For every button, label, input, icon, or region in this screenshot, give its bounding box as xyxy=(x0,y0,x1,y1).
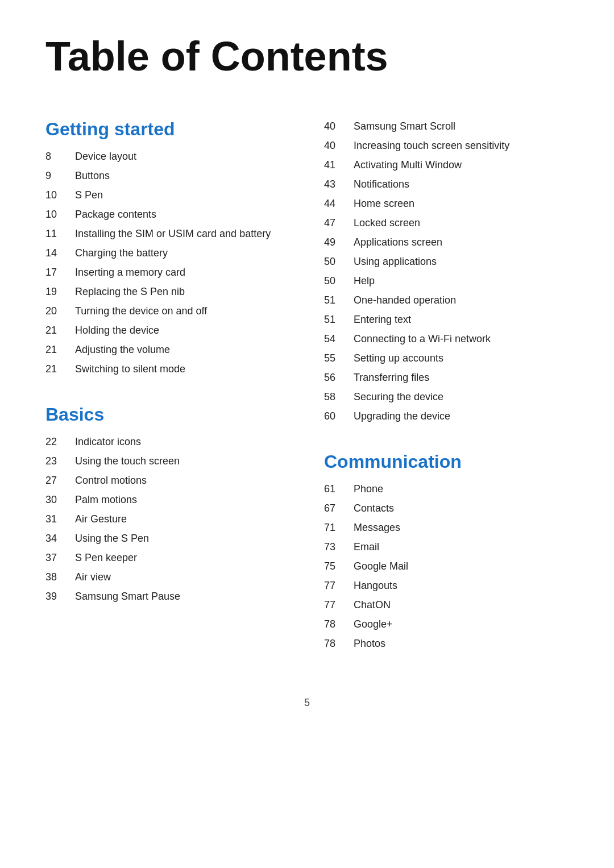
toc-number: 50 xyxy=(324,273,354,289)
toc-number: 49 xyxy=(324,235,354,250)
content-wrapper: Getting started 8Device layout9Buttons10… xyxy=(45,119,569,674)
list-item: 61Phone xyxy=(324,481,569,497)
page-title: Table of Contents xyxy=(45,34,569,79)
list-item: 58Securing the device xyxy=(324,389,569,405)
toc-text: Replacing the S Pen nib xyxy=(75,284,185,300)
toc-number: 43 xyxy=(324,177,354,192)
list-item: 56Transferring files xyxy=(324,370,569,385)
toc-number: 38 xyxy=(45,570,75,585)
list-item: 17Inserting a memory card xyxy=(45,265,290,280)
list-item: 47Locked screen xyxy=(324,215,569,231)
toc-number: 8 xyxy=(45,149,75,164)
toc-number: 75 xyxy=(324,559,354,574)
toc-number: 31 xyxy=(45,512,75,527)
list-item: 9Buttons xyxy=(45,168,290,184)
toc-number: 20 xyxy=(45,304,75,319)
toc-text: Notifications xyxy=(354,177,409,192)
toc-number: 23 xyxy=(45,454,75,469)
toc-text: Inserting a memory card xyxy=(75,265,185,280)
toc-number: 71 xyxy=(324,520,354,535)
toc-number: 47 xyxy=(324,215,354,231)
list-item: 78Photos xyxy=(324,636,569,651)
toc-text: Locked screen xyxy=(354,215,420,231)
toc-text: Indicator icons xyxy=(75,434,141,450)
toc-text: Email xyxy=(354,539,379,555)
toc-number: 39 xyxy=(45,589,75,604)
list-item: 44Home screen xyxy=(324,196,569,211)
list-item: 23Using the touch screen xyxy=(45,454,290,469)
list-item: 31Air Gesture xyxy=(45,512,290,527)
toc-text: Using the S Pen xyxy=(75,531,149,546)
toc-number: 60 xyxy=(324,409,354,424)
toc-text: One-handed operation xyxy=(354,293,456,308)
toc-text: Charging the battery xyxy=(75,246,168,261)
communication-heading: Communication xyxy=(324,451,569,472)
toc-number: 21 xyxy=(45,362,75,377)
toc-text: Securing the device xyxy=(354,389,443,405)
column-right: 40Samsung Smart Scroll40Increasing touch… xyxy=(324,119,569,674)
toc-text: Google Mail xyxy=(354,559,408,574)
toc-number: 17 xyxy=(45,265,75,280)
list-item: 51Entering text xyxy=(324,312,569,327)
toc-text: Buttons xyxy=(75,168,110,184)
list-item: 40Increasing touch screen sensitivity xyxy=(324,138,569,153)
toc-text: Switching to silent mode xyxy=(75,362,185,377)
toc-number: 73 xyxy=(324,539,354,555)
toc-number: 55 xyxy=(324,351,354,366)
getting-started-list: 8Device layout9Buttons10S Pen10Package c… xyxy=(45,149,290,377)
toc-number: 14 xyxy=(45,246,75,261)
toc-number: 40 xyxy=(324,138,354,153)
toc-text: S Pen xyxy=(75,188,103,203)
toc-number: 44 xyxy=(324,196,354,211)
toc-text: Contacts xyxy=(354,501,394,516)
list-item: 77Hangouts xyxy=(324,578,569,593)
toc-text: Turning the device on and off xyxy=(75,304,207,319)
toc-text: Applications screen xyxy=(354,235,442,250)
page-number: 5 xyxy=(45,697,569,709)
toc-text: Samsung Smart Pause xyxy=(75,589,180,604)
toc-text: Upgrading the device xyxy=(354,409,450,424)
list-item: 27Control motions xyxy=(45,473,290,488)
toc-text: Adjusting the volume xyxy=(75,342,170,358)
toc-text: Entering text xyxy=(354,312,411,327)
list-item: 78Google+ xyxy=(324,617,569,632)
toc-number: 19 xyxy=(45,284,75,300)
basics-section: Basics 22Indicator icons23Using the touc… xyxy=(45,404,290,604)
list-item: 71Messages xyxy=(324,520,569,535)
toc-number: 54 xyxy=(324,331,354,347)
list-item: 14Charging the battery xyxy=(45,246,290,261)
toc-text: S Pen keeper xyxy=(75,550,137,566)
list-item: 11Installing the SIM or USIM card and ba… xyxy=(45,226,290,242)
getting-started-heading: Getting started xyxy=(45,119,290,140)
toc-number: 30 xyxy=(45,492,75,508)
toc-number: 41 xyxy=(324,157,354,173)
list-item: 8Device layout xyxy=(45,149,290,164)
toc-number: 78 xyxy=(324,636,354,651)
toc-number: 10 xyxy=(45,207,75,222)
toc-text: Using the touch screen xyxy=(75,454,180,469)
list-item: 55Setting up accounts xyxy=(324,351,569,366)
toc-number: 40 xyxy=(324,119,354,134)
toc-text: Connecting to a Wi-Fi network xyxy=(354,331,491,347)
basics-list: 22Indicator icons23Using the touch scree… xyxy=(45,434,290,604)
toc-number: 21 xyxy=(45,342,75,358)
list-item: 21Holding the device xyxy=(45,323,290,338)
toc-text: Messages xyxy=(354,520,400,535)
toc-text: Holding the device xyxy=(75,323,159,338)
toc-number: 21 xyxy=(45,323,75,338)
toc-number: 77 xyxy=(324,578,354,593)
basics-heading: Basics xyxy=(45,404,290,425)
toc-number: 27 xyxy=(45,473,75,488)
list-item: 41Activating Multi Window xyxy=(324,157,569,173)
column-left: Getting started 8Device layout9Buttons10… xyxy=(45,119,290,674)
toc-number: 10 xyxy=(45,188,75,203)
list-item: 60Upgrading the device xyxy=(324,409,569,424)
toc-text: Photos xyxy=(354,636,385,651)
list-item: 21Switching to silent mode xyxy=(45,362,290,377)
toc-number: 61 xyxy=(324,481,354,497)
toc-number: 51 xyxy=(324,293,354,308)
toc-number: 34 xyxy=(45,531,75,546)
toc-text: Activating Multi Window xyxy=(354,157,462,173)
toc-number: 50 xyxy=(324,254,354,269)
list-item: 49Applications screen xyxy=(324,235,569,250)
